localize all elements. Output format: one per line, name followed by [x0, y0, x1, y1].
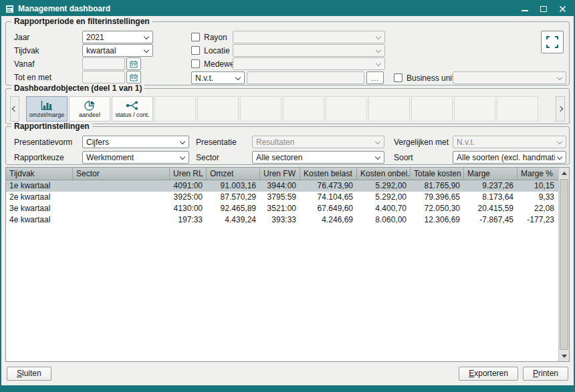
presentatievorm-label: Presentatievorm: [14, 138, 72, 147]
vanaf-label: Vanaf: [14, 59, 34, 69]
close-button[interactable]: [558, 4, 567, 13]
jaar-label: Jaar: [14, 33, 29, 42]
tile-label: aandeel: [79, 112, 100, 118]
column-header[interactable]: Kosten belast: [300, 168, 357, 180]
dashboard-tiles: omzet/marge aandeel status / cont.: [19, 96, 556, 122]
chevron-down-icon: [375, 139, 380, 144]
triangle-down-icon: [562, 355, 567, 358]
tile-status-cont[interactable]: status / cont.: [112, 96, 153, 122]
tijdvak-value: kwartaal: [86, 46, 142, 55]
tile-empty: [283, 96, 324, 122]
soort-select[interactable]: Alle soorten (excl. handmatig: [453, 151, 566, 164]
chevron-down-icon: [557, 139, 562, 144]
tile-empty: [368, 96, 410, 122]
rayon-select[interactable]: [233, 31, 385, 43]
table-row[interactable]: 2e kwartaal 3925:00 87.570,29 3795:59 74…: [6, 192, 558, 203]
chevron-down-icon: [235, 75, 241, 80]
vanaf-calendar-button[interactable]: [126, 57, 141, 70]
pie-chart-icon: [84, 100, 96, 111]
column-header[interactable]: Totale kosten: [411, 168, 464, 180]
rayon-checkbox[interactable]: [191, 33, 200, 41]
column-header[interactable]: Marge %: [518, 168, 558, 180]
dashboard-objects-title: Dashboardobjecten (deel 1 van 1): [11, 83, 144, 93]
table-row[interactable]: 1e kwartaal 4091:00 91.003,16 3944:00 76…: [6, 180, 558, 192]
soort-label: Soort: [394, 153, 413, 162]
filter-type-select[interactable]: N.v.t.: [191, 71, 245, 84]
business-unit-checkbox[interactable]: [394, 73, 402, 82]
column-header[interactable]: Kosten onbel.: [357, 168, 411, 180]
tile-aandeel[interactable]: aandeel: [69, 96, 110, 122]
printen-button[interactable]: Printen: [523, 367, 568, 381]
column-header[interactable]: Sector: [73, 168, 170, 180]
column-header[interactable]: Uren FW: [260, 168, 300, 180]
business-unit-label: Business unit: [407, 73, 454, 83]
medewerker-checkbox[interactable]: [191, 59, 200, 68]
table-row[interactable]: 3e kwartaal 4130:00 92.465,89 3521:00 67…: [6, 203, 558, 214]
exporteren-button[interactable]: Exporteren: [459, 367, 518, 381]
tile-empty: [411, 96, 453, 122]
vanaf-input[interactable]: [82, 57, 125, 70]
chevron-down-icon: [180, 154, 185, 160]
rapportkeuze-label: Rapportkeuze: [14, 153, 64, 162]
expand-button[interactable]: [541, 31, 564, 53]
filter-text-input[interactable]: [247, 71, 364, 84]
scroll-up-button[interactable]: [559, 168, 569, 178]
rayon-label: Rayon: [204, 33, 227, 42]
jaar-select[interactable]: 2021: [82, 31, 153, 43]
rapportkeuze-select[interactable]: Werkmoment: [82, 151, 189, 164]
presentatie-label: Presentatie: [196, 138, 237, 147]
window-title: Management dashboard: [18, 4, 516, 13]
tot-en-met-calendar-button[interactable]: [126, 71, 141, 83]
bar-chart-icon: [40, 100, 53, 111]
tijdvak-select[interactable]: kwartaal: [82, 44, 153, 57]
column-header[interactable]: Marge: [464, 168, 518, 180]
business-unit-select[interactable]: [453, 71, 566, 84]
chevron-down-icon: [557, 75, 562, 80]
tiles-scroll-right-button[interactable]: [556, 96, 565, 122]
chevron-down-icon: [376, 47, 381, 53]
close-icon: [559, 5, 566, 13]
column-header[interactable]: Uren RL: [170, 168, 207, 180]
app-icon: [5, 5, 14, 13]
tile-empty: [197, 96, 239, 122]
filter-browse-button[interactable]: ...: [366, 71, 384, 84]
filter-type-value: N.v.t.: [195, 73, 233, 83]
chevron-down-icon: [144, 47, 149, 53]
maximize-button[interactable]: [539, 4, 548, 13]
tot-en-met-input[interactable]: [82, 71, 125, 83]
scrollbar-thumb[interactable]: [560, 179, 568, 350]
table-row[interactable]: 4e kwartaal 197:33 4.439,24 393:33 4.246…: [6, 214, 558, 226]
column-header[interactable]: Omzet: [207, 168, 260, 180]
titlebar[interactable]: Management dashboard: [1, 1, 574, 16]
medewerker-select[interactable]: [233, 57, 385, 70]
triangle-up-icon: [562, 172, 567, 175]
minimize-button[interactable]: [520, 4, 530, 13]
presentatie-value: Resultaten: [256, 138, 373, 147]
vertical-scrollbar[interactable]: [558, 168, 569, 361]
table-header-row: Tijdvak Sector Uren RL Omzet Uren FW Kos…: [6, 168, 558, 180]
locatie-checkbox[interactable]: [191, 46, 200, 55]
tile-label: status / cont.: [115, 112, 149, 118]
column-header[interactable]: Tijdvak: [6, 168, 73, 180]
chevron-down-icon: [180, 139, 185, 144]
tile-omzet-marge[interactable]: omzet/marge: [26, 96, 68, 122]
presentatie-select[interactable]: Resultaten: [252, 136, 384, 148]
scroll-down-button[interactable]: [559, 351, 569, 361]
maximize-icon: [540, 6, 547, 12]
chevron-down-icon: [376, 61, 381, 66]
management-dashboard-window: Management dashboard Rapportperiode en f…: [0, 0, 575, 392]
sluiten-button[interactable]: Sluiten: [7, 367, 51, 381]
tile-empty: [240, 96, 281, 122]
locatie-select[interactable]: [233, 44, 385, 57]
calendar-icon: [130, 73, 138, 81]
vergelijken-met-select[interactable]: N.v.t.: [453, 136, 566, 148]
presentatievorm-select[interactable]: Cijfers: [82, 136, 189, 148]
calendar-icon: [130, 60, 138, 68]
tijdvak-label: Tijdvak: [14, 46, 39, 55]
sector-label: Sector: [196, 153, 219, 162]
ellipsis-icon: ...: [371, 75, 379, 81]
sector-select[interactable]: Alle sectoren: [252, 151, 384, 164]
tiles-scroll-left-button[interactable]: [10, 96, 19, 122]
soort-value: Alle soorten (excl. handmatig: [457, 153, 555, 162]
minimize-icon: [522, 10, 528, 11]
